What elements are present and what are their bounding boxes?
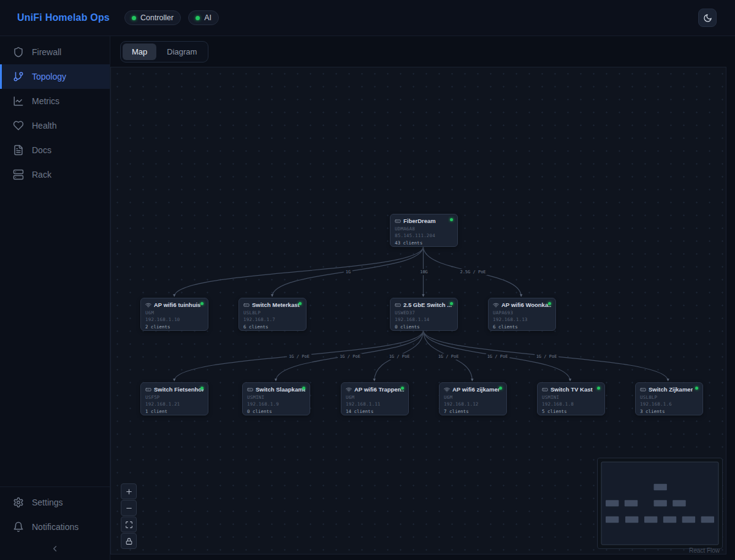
sidebar-item-docs[interactable]: Docs <box>0 138 110 162</box>
device-node-sw-slaapkamer[interactable]: Switch SlaapkamerUSMINI192.168.1.90 clie… <box>242 382 310 415</box>
online-status-dot <box>401 387 404 390</box>
switch-icon <box>542 387 548 393</box>
theme-toggle-button[interactable] <box>698 9 717 27</box>
device-ip: 192.168.1.10 <box>145 317 204 322</box>
sidebar-item-notifications[interactable]: Notifications <box>0 515 110 539</box>
topology-canvas[interactable]: 1G10G2.5G / PoE1G / PoE1G / PoE1G / PoE1… <box>110 67 726 554</box>
tab-map[interactable]: Map <box>123 44 156 60</box>
sidebar-item-firewall[interactable]: Firewall <box>0 40 110 64</box>
online-status-dot <box>299 302 302 305</box>
switch-icon <box>247 387 253 393</box>
device-ip: 85.145.111.204 <box>395 233 453 238</box>
main-content: MapDiagram 1G10G2.5G / PoE1G / PoE1G / P… <box>110 36 735 560</box>
chart-icon <box>13 96 24 107</box>
device-header: Switch Fietsenhok <box>145 386 204 393</box>
device-clients: 7 clients <box>444 409 502 414</box>
sidebar-item-label: Rack <box>32 170 51 180</box>
device-header: AP wifi6 zijkamer <box>444 386 502 393</box>
lock-icon <box>125 537 133 545</box>
device-node-ap-trappenhuis[interactable]: AP wifi6 Trappen...U6M192.168.1.1114 cli… <box>341 382 409 415</box>
controller-badge: Controller <box>124 10 181 25</box>
fit-view-icon <box>125 521 133 529</box>
device-node-sw-25gbe[interactable]: 2.5 GbE Switch ...USWED37192.168.1.140 c… <box>390 298 458 331</box>
edge-label: 1G <box>344 269 352 275</box>
rack-icon <box>13 169 24 180</box>
device-ip: 192.168.1.6 <box>640 401 698 407</box>
edge-label: 1G / PoE <box>338 354 362 360</box>
edge-label: 2.5G / PoE <box>458 269 487 275</box>
device-node-sw-zijkamer[interactable]: Switch ZijkamerUSL8LP192.168.1.63 client… <box>635 382 703 415</box>
sidebar: FirewallTopologyMetricsHealthDocsRack Se… <box>0 36 110 560</box>
device-node-ap-zijkamer[interactable]: AP wifi6 zijkamerU6M192.168.1.127 client… <box>439 382 507 415</box>
device-node-sw-meterkast[interactable]: Switch MeterkastUSL8LP192.168.1.76 clien… <box>238 298 307 331</box>
shield-icon <box>13 47 24 58</box>
switch-icon <box>640 387 646 393</box>
online-dot-icon <box>132 16 136 20</box>
device-header: AP wifi6 Woonka... <box>493 301 551 308</box>
sidebar-footer-nav: SettingsNotifications <box>0 490 110 539</box>
minimap[interactable] <box>597 458 723 549</box>
gear-icon <box>13 497 24 508</box>
sidebar-item-topology[interactable]: Topology <box>0 64 110 89</box>
sidebar-item-settings[interactable]: Settings <box>0 490 110 515</box>
moon-icon <box>703 13 712 23</box>
device-ip: 192.168.1.9 <box>247 401 305 407</box>
zoom-out-button[interactable] <box>121 500 137 516</box>
device-model: USF5P <box>145 395 204 400</box>
device-model: USWED37 <box>395 310 453 316</box>
device-name: Switch TV Kast <box>550 386 593 393</box>
canvas-controls <box>121 483 137 549</box>
device-model: USL8LP <box>243 310 302 316</box>
lock-button[interactable] <box>121 533 137 549</box>
sidebar-item-health[interactable]: Health <box>0 113 110 138</box>
switch-icon <box>243 302 249 308</box>
fit-view-button[interactable] <box>121 516 137 532</box>
online-status-dot <box>450 218 453 221</box>
react-flow-attribution[interactable]: React Flow <box>689 547 720 554</box>
device-model: USL8LP <box>640 395 698 400</box>
device-ip: 192.168.1.8 <box>542 401 600 407</box>
device-header: AP wifi6 tuinhuis <box>145 301 204 308</box>
edge-label: 10G <box>418 269 430 275</box>
app-header: UniFi Homelab Ops Controller AI <box>0 0 735 36</box>
device-header: FiberDream <box>395 218 453 224</box>
bell-icon <box>13 521 24 532</box>
device-clients: 6 clients <box>243 324 302 330</box>
device-ip: 192.168.1.13 <box>493 317 551 322</box>
sidebar-item-label: Health <box>32 121 56 131</box>
device-clients: 14 clients <box>346 409 404 414</box>
sidebar-item-metrics[interactable]: Metrics <box>0 89 110 113</box>
online-status-dot <box>499 387 502 390</box>
wifi-icon <box>145 302 151 308</box>
online-status-dot <box>302 387 305 390</box>
zoom-in-button[interactable] <box>121 483 137 499</box>
tab-diagram[interactable]: Diagram <box>158 44 206 60</box>
device-node-ap-woonkamer[interactable]: AP wifi6 Woonka...UAPA693192.168.1.136 c… <box>488 298 556 331</box>
device-node-ap-tuinhuis[interactable]: AP wifi6 tuinhuisU6M192.168.1.102 client… <box>140 298 208 331</box>
device-header: Switch Slaapkamer <box>247 386 305 393</box>
sidebar-collapse-button[interactable] <box>0 539 110 558</box>
device-ip: 192.168.1.12 <box>444 401 502 407</box>
device-name: Switch Fietsenhok <box>154 386 204 393</box>
sidebar-item-label: Metrics <box>32 96 59 106</box>
device-node-sw-fietsenhok[interactable]: Switch FietsenhokUSF5P192.168.1.211 clie… <box>140 382 208 415</box>
view-tabs-group: MapDiagram <box>120 41 208 62</box>
device-header: 2.5 GbE Switch ... <box>395 301 453 308</box>
device-ip: 192.168.1.11 <box>346 401 404 407</box>
device-header: Switch Meterkast <box>243 301 302 308</box>
edge-label: 1G / PoE <box>535 354 559 360</box>
sidebar-item-rack[interactable]: Rack <box>0 162 110 187</box>
device-clients: 1 client <box>145 409 204 414</box>
device-model: U6M <box>145 310 204 316</box>
sidebar-item-label: Notifications <box>32 522 78 532</box>
device-clients: 5 clients <box>542 409 600 414</box>
sidebar-item-label: Settings <box>32 498 63 507</box>
topology-icon <box>13 71 24 82</box>
device-name: Switch Meterkast <box>252 301 300 308</box>
device-name: Switch Zijkamer <box>649 386 693 393</box>
device-node-sw-tvkast[interactable]: Switch TV KastUSMINI192.168.1.85 clients <box>537 382 605 415</box>
device-header: Switch TV Kast <box>542 386 600 393</box>
minimap-graph <box>598 458 722 548</box>
device-node-fiberdream[interactable]: FiberDreamUDMA6A885.145.111.20443 client… <box>390 214 458 247</box>
document-icon <box>13 145 24 156</box>
